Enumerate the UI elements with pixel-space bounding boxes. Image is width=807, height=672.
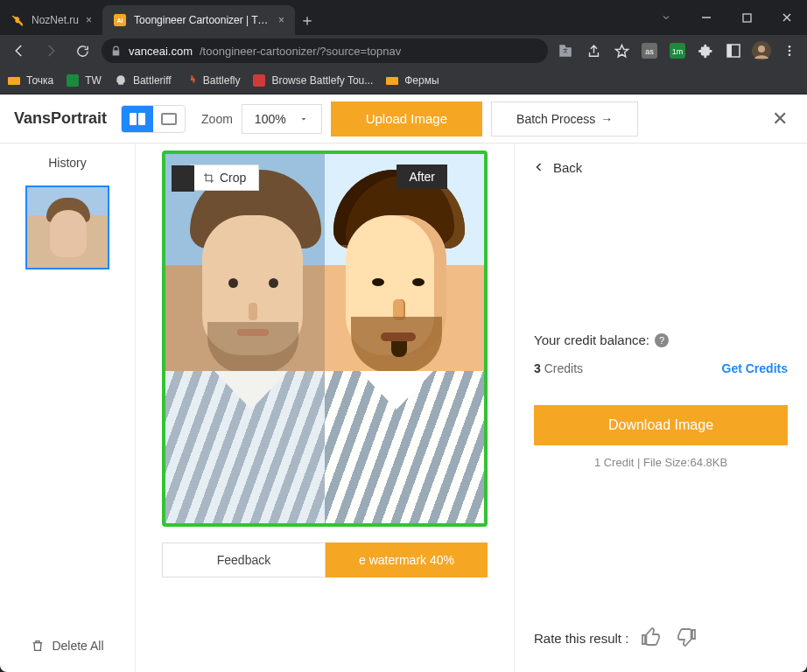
forward-icon[interactable] <box>39 38 63 63</box>
download-image-button[interactable]: Download Image <box>534 405 788 445</box>
tab-title: Toongineer Cartoonizer | Turn Ph <box>134 14 271 26</box>
bookmark-item[interactable]: Фермы <box>385 74 439 88</box>
svg-rect-22 <box>162 114 176 124</box>
address-bar: vanceai.com/toongineer-cartoonizer/?sour… <box>0 35 807 66</box>
zoom-value: 100% <box>255 112 286 126</box>
svg-rect-21 <box>138 113 145 125</box>
crop-button[interactable]: Crop <box>190 164 259 191</box>
svg-rect-20 <box>130 113 137 125</box>
view-toggle <box>121 105 186 133</box>
reload-icon[interactable] <box>70 38 95 63</box>
svg-text:文: 文 <box>563 47 568 53</box>
arrow-right-icon: → <box>600 112 613 126</box>
delete-all-button[interactable]: Delete All <box>31 639 103 660</box>
split-view-button[interactable] <box>122 106 153 132</box>
before-image <box>165 154 325 523</box>
url-path: /toongineer-cartoonizer/?source=topnav <box>200 45 401 58</box>
bookmarks-bar: Точка TW Battleriff Battlefly Browse Bat… <box>0 66 807 94</box>
download-meta: 1 Credit | File Size:64.8KB <box>534 456 788 469</box>
flame-icon <box>184 74 198 88</box>
bookmark-item[interactable]: Точка <box>7 74 53 88</box>
svg-rect-16 <box>8 77 20 85</box>
extension-badge-icon[interactable]: 1m <box>667 40 688 61</box>
svg-rect-17 <box>67 74 79 87</box>
url-input[interactable]: vanceai.com/toongineer-cartoonizer/?sour… <box>102 38 548 63</box>
browser-tab-inactive[interactable]: NozNet.ru × <box>0 5 102 35</box>
svg-rect-19 <box>386 77 398 85</box>
ai-icon: AI <box>113 13 127 27</box>
wrench-icon <box>11 13 25 27</box>
feedback-button[interactable]: Feedback <box>162 542 326 578</box>
zoom-select[interactable]: 100% <box>242 104 322 134</box>
lock-icon <box>110 46 122 57</box>
svg-rect-10 <box>727 45 732 57</box>
rate-label: Rate this result : <box>534 631 628 646</box>
help-icon[interactable]: ? <box>655 333 669 347</box>
star-icon[interactable] <box>611 40 632 61</box>
skull-icon <box>114 74 128 88</box>
avatar-icon[interactable] <box>751 40 772 61</box>
chevron-down-icon <box>298 114 309 124</box>
new-tab-button[interactable]: ＋ <box>295 8 319 32</box>
history-sidebar: History Delete All <box>0 144 136 672</box>
batch-process-button[interactable]: Batch Process → <box>491 102 638 136</box>
page-content: VansPortrait Zoom 100% Upload Image Batc… <box>0 94 807 672</box>
bookmark-item[interactable]: TW <box>66 74 102 88</box>
svg-point-14 <box>789 50 791 52</box>
close-icon[interactable]: × <box>86 14 92 26</box>
url-host: vanceai.com <box>129 45 193 58</box>
after-badge: After <box>396 164 447 189</box>
tab-title: NozNet.ru <box>32 14 79 26</box>
sheet-icon <box>66 74 80 88</box>
history-label: History <box>48 156 87 170</box>
svg-point-13 <box>789 46 791 48</box>
single-view-button[interactable] <box>153 106 185 132</box>
rate-section: Rate this result : <box>534 626 788 656</box>
svg-rect-18 <box>253 74 265 87</box>
close-window-button[interactable] <box>767 4 807 32</box>
before-after-compare: Crop After <box>162 150 488 527</box>
thumbs-up-button[interactable] <box>641 626 663 649</box>
bookmark-item[interactable]: Battleriff <box>114 74 172 88</box>
svg-point-12 <box>758 46 765 52</box>
extension-icon[interactable] <box>695 40 716 61</box>
upload-image-button[interactable]: Upload Image <box>331 102 482 136</box>
svg-point-15 <box>789 53 791 56</box>
share-icon[interactable] <box>583 40 604 61</box>
close-icon[interactable]: × <box>278 14 284 26</box>
maximize-button[interactable] <box>726 4 767 32</box>
remove-watermark-button[interactable]: e watermark 40% <box>326 542 488 578</box>
folder-icon <box>7 74 21 88</box>
minimize-button[interactable] <box>686 4 726 32</box>
translate-icon[interactable]: 文 <box>555 40 576 61</box>
svg-text:AI: AI <box>117 18 123 24</box>
bookmark-item[interactable]: Battlefly <box>184 74 241 88</box>
chevron-down-icon[interactable] <box>646 4 686 32</box>
after-image <box>325 154 484 523</box>
app-toolbar: VansPortrait Zoom 100% Upload Image Batc… <box>0 94 807 144</box>
close-panel-button[interactable]: ✕ <box>767 108 793 130</box>
credit-count: 3 Credits <box>534 361 583 375</box>
folder-icon <box>385 74 399 88</box>
back-icon[interactable] <box>7 38 32 63</box>
menu-icon[interactable] <box>779 40 800 61</box>
editor-canvas: Crop After Feedback e watermark 40% <box>136 144 514 672</box>
svg-text:1m: 1m <box>672 47 684 56</box>
crop-icon <box>203 172 214 184</box>
zoom-label: Zoom <box>201 112 233 126</box>
svg-rect-3 <box>743 14 751 22</box>
bookmark-item[interactable]: Browse Battlefy Tou... <box>252 74 373 88</box>
battlefy-icon <box>252 74 266 88</box>
crop-handle-icon <box>172 165 194 192</box>
credit-balance-label: Your credit balance: ? <box>534 332 788 347</box>
brand-label: VansPortrait <box>14 109 107 128</box>
lastfm-icon[interactable]: as <box>639 40 660 61</box>
browser-tab-active[interactable]: AI Toongineer Cartoonizer | Turn Ph × <box>102 5 295 35</box>
get-credits-link[interactable]: Get Credits <box>722 361 788 375</box>
thumbs-down-button[interactable] <box>676 626 698 649</box>
chevron-left-icon <box>534 159 544 175</box>
history-thumbnail[interactable] <box>25 186 109 270</box>
sidepanel-icon[interactable] <box>723 40 744 61</box>
right-panel: Back Your credit balance: ? 3 Credits Ge… <box>514 144 807 672</box>
back-button[interactable]: Back <box>534 159 788 175</box>
